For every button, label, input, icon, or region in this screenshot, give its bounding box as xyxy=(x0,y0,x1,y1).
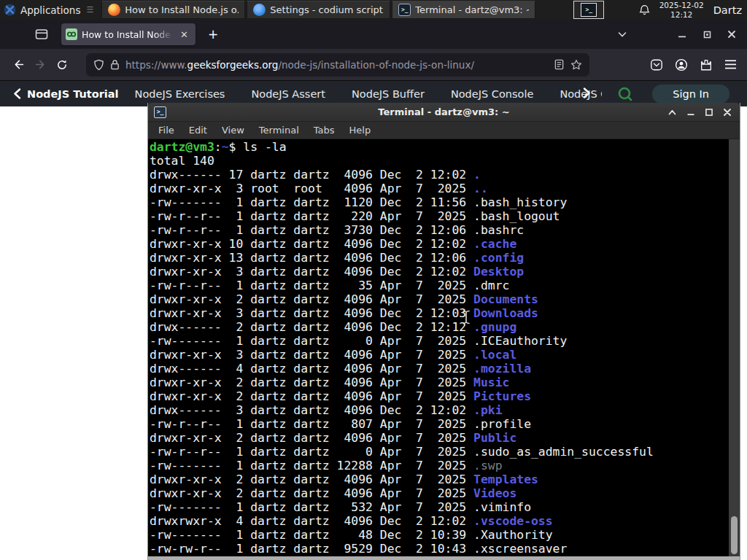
clock-date: 2025-12-02 xyxy=(659,1,704,9)
search-icon[interactable] xyxy=(617,86,633,102)
terminal-listing-line: -rw-rw-r-- 1 dartz dartz 9529 Dec 2 10:4… xyxy=(150,542,727,556)
listing-name: .profile xyxy=(473,417,531,431)
text-cursor-pointer xyxy=(462,310,471,327)
pocket-save-icon[interactable] xyxy=(650,58,663,71)
listing-name: .bash_logout xyxy=(473,209,560,223)
scrollbar-thumb[interactable] xyxy=(731,516,738,554)
taskbar-button[interactable]: How to Install Node.js o... xyxy=(101,1,245,19)
back-button[interactable] xyxy=(7,54,29,76)
terminal-listing-line: -rw------- 1 dartz dartz 48 Dec 2 10:39 … xyxy=(150,528,727,542)
menu-help[interactable]: Help xyxy=(344,123,377,137)
url-bar[interactable]: https://www.geeksforgeeks.org/node-js/in… xyxy=(86,53,589,77)
panel-status-area: 2025-12-02 12:12 Dartz xyxy=(639,0,747,20)
hamburger-menu-icon[interactable] xyxy=(724,59,737,70)
taskbar-button[interactable]: Settings - codium script... xyxy=(247,1,390,19)
listing-name: .dmrc xyxy=(473,279,509,292)
listing-meta: drwx------ 17 dartz dartz 4096 Dec 2 12:… xyxy=(150,168,473,182)
menu-file[interactable]: File xyxy=(152,123,180,137)
close-button[interactable] xyxy=(722,25,741,44)
terminal-scrollbar[interactable] xyxy=(729,139,740,556)
listing-name: Desktop xyxy=(473,265,524,279)
listing-name: Videos xyxy=(473,486,516,500)
prompt-user-host: dartz@vm3 xyxy=(150,140,214,154)
tab-title: How to Install Node.js on xyxy=(82,29,173,40)
terminal-title-bar[interactable]: >_ Terminal - dartz@vm3: ~ xyxy=(148,103,740,122)
taskbar: How to Install Node.js o...Settings - co… xyxy=(100,0,535,20)
listing-meta: -rw-r--r-- 1 dartz dartz 35 Apr 7 2025 xyxy=(150,279,473,292)
listing-name: .swp xyxy=(473,459,502,472)
menu-view[interactable]: View xyxy=(216,123,250,137)
taskbar-button-label: Settings - codium script... xyxy=(270,4,384,15)
terminal-listing-line: drwxr-xr-x 3 dartz dartz 4096 Dec 2 12:0… xyxy=(150,306,727,320)
forward-button[interactable] xyxy=(29,54,51,76)
firefox-view-icon xyxy=(35,28,48,41)
close-icon xyxy=(727,30,736,39)
maximize-button[interactable] xyxy=(697,25,716,44)
tab-close-button[interactable]: ✕ xyxy=(177,28,191,41)
browser-tab-active[interactable]: How to Install Node.js on ✕ xyxy=(61,23,196,45)
terminal-prompt-line: dartz@vm3:~$ ls -la xyxy=(150,140,727,154)
reader-mode-icon[interactable] xyxy=(554,59,565,70)
nav-link-nodejs-buffer[interactable]: NodeJS Buffer xyxy=(352,88,425,100)
terminal-bottom-edge xyxy=(148,556,740,560)
minimize-button[interactable] xyxy=(673,25,692,44)
terminal-listing-line: drwxr-xr-x 2 dartz dartz 4096 Apr 7 2025… xyxy=(150,472,727,486)
new-tab-button[interactable]: + xyxy=(203,24,223,44)
listing-name: .config xyxy=(473,251,524,265)
browser-window-controls xyxy=(673,25,741,44)
shade-button[interactable] xyxy=(665,105,679,119)
account-icon[interactable] xyxy=(675,58,688,71)
reload-button[interactable] xyxy=(51,54,73,76)
firefox-view-button[interactable] xyxy=(31,24,53,44)
listing-meta: drwxr-xr-x 10 dartz dartz 4096 Dec 2 12:… xyxy=(150,237,473,251)
terminal-window-icon: >_ xyxy=(154,106,166,118)
nav-scroll-right[interactable] xyxy=(583,88,591,101)
listing-name: .local xyxy=(473,348,516,362)
applications-menu-button[interactable]: Applications ☰ xyxy=(0,0,100,20)
listing-name: .ICEauthority xyxy=(473,334,567,348)
listing-name: .viminfo xyxy=(473,500,531,514)
terminal-close-button[interactable] xyxy=(720,105,734,119)
notification-bell-icon[interactable] xyxy=(639,4,650,16)
listing-meta: -rw-r--r-- 1 dartz dartz 220 Apr 7 2025 xyxy=(150,209,473,223)
terminal-window: >_ Terminal - dartz@vm3: ~ xyxy=(147,103,740,560)
listing-meta: drwxr-xr-x 3 dartz dartz 4096 Dec 2 12:0… xyxy=(150,306,473,320)
menu-edit[interactable]: Edit xyxy=(183,123,213,137)
username-label: Dartz xyxy=(713,4,742,16)
taskbar-button[interactable]: >_Terminal - dartz@vm3: ~ xyxy=(392,1,535,19)
nav-link-nodejs-crypto[interactable]: NodeJS Crypto xyxy=(560,88,601,100)
sign-in-button[interactable]: Sign In xyxy=(652,85,729,104)
menu-terminal[interactable]: Terminal xyxy=(253,123,305,137)
terminal-output: dartz@vm3:~$ ls -latotal 140drwx------ 1… xyxy=(150,140,727,556)
list-all-tabs-button[interactable] xyxy=(613,25,632,44)
terminal-total-line: total 140 xyxy=(150,154,727,168)
nav-link-nodejs-console[interactable]: NodeJS Console xyxy=(451,88,534,100)
minimize-icon xyxy=(687,109,694,116)
nav-link-nodejs-exercises[interactable]: NodeJS Exercises xyxy=(135,88,225,100)
listing-meta: drwxr-xr-x 13 dartz dartz 4096 Dec 2 12:… xyxy=(150,251,473,265)
terminal-body[interactable]: dartz@vm3:~$ ls -latotal 140drwx------ 1… xyxy=(148,139,740,556)
prompt-command: $ ls -la xyxy=(229,140,287,154)
listing-name: .Xauthority xyxy=(473,528,553,542)
terminal-maximize-button[interactable] xyxy=(702,105,716,119)
menu-tabs[interactable]: Tabs xyxy=(308,123,341,137)
listing-meta: drwxr-xr-x 2 dartz dartz 4096 Apr 7 2025 xyxy=(150,376,473,389)
nav-back-tutorial[interactable]: NodeJS Tutorial xyxy=(13,88,119,100)
panel-clock[interactable]: 2025-12-02 12:12 xyxy=(659,1,704,19)
listing-meta: drwxrwxr-x 4 dartz dartz 4096 Dec 2 12:0… xyxy=(150,514,473,528)
listing-meta: drwx------ 3 dartz dartz 4096 Dec 2 12:0… xyxy=(150,403,473,417)
taskbar-button-label: Terminal - dartz@vm3: ~ xyxy=(415,4,529,15)
terminal-minimize-button[interactable] xyxy=(684,105,697,119)
listing-name: Downloads xyxy=(473,306,538,320)
chevron-up-icon xyxy=(668,109,676,115)
listing-name: .cache xyxy=(473,237,516,251)
xubuntu-logo-icon xyxy=(4,4,16,16)
listing-meta: -rw-rw-r-- 1 dartz dartz 9529 Dec 2 10:4… xyxy=(150,542,473,556)
listing-meta: drwxr-xr-x 3 dartz dartz 4096 Apr 7 2025 xyxy=(150,348,473,362)
tray-terminal-icon[interactable]: >_ xyxy=(573,1,604,19)
geeksforgeeks-favicon xyxy=(66,28,77,40)
extensions-puzzle-icon[interactable] xyxy=(700,58,713,71)
nav-link-nodejs-assert[interactable]: NodeJS Assert xyxy=(251,88,325,100)
bookmark-star-icon[interactable] xyxy=(570,59,582,71)
terminal-listing-line: -rw------- 1 dartz dartz 12288 Apr 7 202… xyxy=(150,459,727,472)
